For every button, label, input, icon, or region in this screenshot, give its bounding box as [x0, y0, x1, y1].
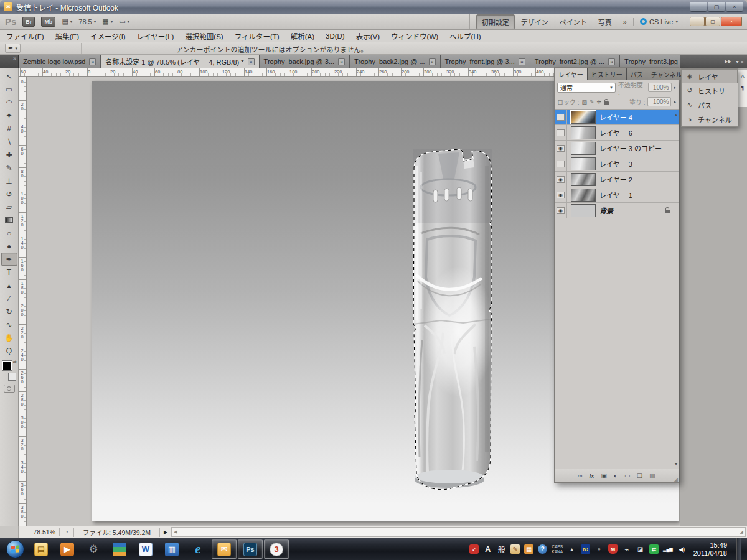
history-brush-tool[interactable]: ↺ — [1, 187, 17, 200]
power-icon[interactable]: ⌁ — [622, 544, 631, 554]
add-layer-mask-icon[interactable]: ▣ — [601, 472, 606, 479]
panel-tab[interactable]: ヒストリー — [588, 68, 627, 80]
visibility-cell[interactable]: ◉ — [555, 203, 567, 218]
flyout-panel-item[interactable]: ∿ パス — [682, 98, 738, 112]
taskbar-explorer[interactable]: ▤ — [29, 539, 54, 559]
taskbar-archive-tool[interactable]: ▥ — [159, 539, 184, 559]
window-maximize-button[interactable]: ▢ — [708, 2, 725, 12]
3d-object-rotate-tool[interactable]: ↻ — [1, 305, 17, 318]
chevron-right-icon[interactable]: ▸ — [674, 100, 676, 105]
status-options-icon[interactable]: ▶ — [160, 530, 171, 535]
lock-transparency-icon[interactable]: ▨ — [582, 99, 588, 105]
menu-item[interactable]: 3D(D) — [326, 32, 345, 40]
menu-item[interactable]: 選択範囲(S) — [185, 31, 223, 41]
blur-tool[interactable]: ○ — [1, 226, 17, 240]
visibility-cell[interactable]: ◉ — [555, 187, 567, 202]
new-layer-icon[interactable]: ❏ — [637, 472, 642, 479]
mcafee-icon[interactable]: M — [608, 544, 618, 554]
flyout-panel-item[interactable]: ◑ チャンネル — [682, 112, 738, 126]
arrange-documents-button[interactable]: ▦ ▾ — [102, 17, 113, 26]
zoom-tool[interactable]: Q — [1, 344, 17, 357]
tool-preset-picker[interactable]: ✒ ▾ — [5, 44, 21, 53]
link-layers-icon[interactable]: ∞ — [578, 472, 582, 479]
sync-icon[interactable]: ⇄ — [649, 544, 659, 554]
taskbar-media-player[interactable]: ▶ — [55, 539, 80, 559]
taskbar-photoshop[interactable]: Ps — [238, 539, 263, 559]
mini-bridge-button[interactable]: Mb — [41, 17, 55, 27]
window-close-button[interactable]: × — [726, 2, 743, 12]
fill-value[interactable]: 100% — [647, 97, 671, 106]
swap-colors-icon[interactable]: ⇄ — [13, 360, 17, 365]
view-extras-button[interactable]: ▤ ▾ — [62, 17, 72, 26]
tool-dock-collapse-icon[interactable]: » — [0, 55, 19, 68]
dodge-tool[interactable]: ● — [1, 240, 17, 253]
scroll-down-icon[interactable]: ▾ — [675, 461, 677, 467]
panel-menu-icon[interactable]: ▼ ≡ — [735, 60, 743, 64]
hidden-icons-button[interactable]: ▴ — [567, 544, 576, 554]
zoom-level-button[interactable]: 78.5 ▾ — [78, 18, 96, 26]
3d-camera-rotate-tool[interactable]: ∿ — [1, 318, 17, 331]
help-icon[interactable]: ? — [538, 544, 547, 554]
spot-healing-brush-tool[interactable]: ✚ — [1, 148, 17, 161]
panel-resize-grip[interactable]: ◢ — [674, 477, 678, 482]
tab-close-icon[interactable]: × — [608, 58, 615, 65]
visibility-cell[interactable]: ◉ — [555, 125, 567, 140]
panel-tab[interactable]: レイヤー — [555, 68, 588, 80]
path-selection-tool[interactable]: ▴ — [1, 279, 17, 292]
layer-row[interactable]: ◉ レイヤー 2 — [555, 172, 679, 187]
type-tool[interactable]: T — [1, 266, 17, 279]
paragraph-panel-icon[interactable]: ¶ — [741, 85, 745, 91]
blend-mode-select[interactable]: 通常 ▾ — [557, 83, 616, 93]
document-tab[interactable]: Trophy_front.jpg @ 3... × — [441, 55, 530, 68]
workspace-button[interactable]: 初期設定 — [476, 14, 515, 29]
taskbar-clock[interactable]: 15:49 2011/04/18 — [691, 541, 732, 558]
adjustment-layer-icon[interactable]: ◐ — [614, 472, 618, 479]
quick-mask-button[interactable] — [4, 385, 15, 393]
menu-item[interactable]: レイヤー(L) — [137, 31, 174, 41]
menu-item[interactable]: フィルター(T) — [235, 31, 280, 41]
new-group-icon[interactable]: ▭ — [624, 472, 630, 479]
network-signal-icon[interactable]: ▂▄▆ — [663, 544, 673, 554]
tab-close-icon[interactable]: × — [519, 58, 525, 65]
taskbar-system-utility[interactable]: ⚙ — [81, 539, 106, 559]
delete-layer-icon[interactable]: ▥ — [649, 472, 655, 479]
scroll-up-icon[interactable]: ▴ — [675, 112, 677, 118]
scroll-left-icon[interactable]: ◀ — [174, 530, 177, 534]
lock-paint-icon[interactable]: ✎ — [590, 99, 594, 105]
character-panel-icon[interactable]: A — [741, 73, 745, 80]
tab-close-icon[interactable]: × — [248, 58, 255, 65]
volume-icon[interactable]: ◀) — [677, 544, 687, 554]
utility-orange-icon[interactable]: ▦ — [524, 544, 533, 554]
document-tab[interactable]: Trophy_back2.jpg @ ... × — [350, 55, 440, 68]
eyedropper-tool[interactable]: ∖ — [1, 135, 17, 148]
document-tab[interactable]: Trophy_front3.jpg @ ... × — [620, 55, 680, 68]
line-tool[interactable]: ∕ — [1, 292, 17, 305]
document-tab[interactable]: Trophy_back.jpg @ 3... × — [260, 55, 350, 68]
menu-item[interactable]: ヘルプ(H) — [449, 31, 481, 41]
taskbar-internet-explorer[interactable]: e — [186, 539, 210, 559]
menu-item[interactable]: イメージ(I) — [90, 31, 126, 41]
dock-collapse-icon[interactable]: ▶▶ — [725, 59, 731, 64]
rectangular-marquee-tool[interactable]: ▭ — [1, 83, 17, 96]
display-icon[interactable]: ◪ — [636, 544, 645, 554]
window-minimize-button[interactable]: — — [690, 2, 707, 12]
move-tool[interactable]: ↖ — [1, 70, 17, 83]
background-color-swatch[interactable] — [8, 373, 16, 381]
tab-close-icon[interactable]: × — [429, 58, 436, 65]
ime-status-indicator[interactable]: CAPS KANA — [552, 544, 563, 554]
status-zoom-field[interactable]: 78.51% — [19, 528, 60, 536]
lock-all-icon[interactable] — [604, 101, 609, 105]
taskbar-dictionary[interactable] — [107, 539, 132, 559]
brush-tool[interactable]: ✎ — [1, 161, 17, 174]
app-minimize-button[interactable]: — — [690, 17, 705, 26]
chevron-right-icon[interactable]: ▸ — [674, 85, 677, 90]
show-desktop-button[interactable] — [736, 538, 741, 560]
workspace-button[interactable]: デザイン — [516, 15, 553, 29]
document-tab[interactable]: Zemble logo low.psd × — [19, 55, 101, 68]
panel-tab[interactable]: チャンネル — [647, 68, 687, 80]
trophy-image-selection[interactable] — [403, 146, 496, 493]
pointer-utility-icon[interactable]: ⌖ — [594, 544, 604, 554]
layer-row[interactable]: ◉ レイヤー 6 — [555, 125, 679, 141]
hand-tool[interactable]: ✋ — [1, 331, 17, 344]
horizontal-scrollbar[interactable]: ◀ ◢ — [171, 527, 746, 537]
